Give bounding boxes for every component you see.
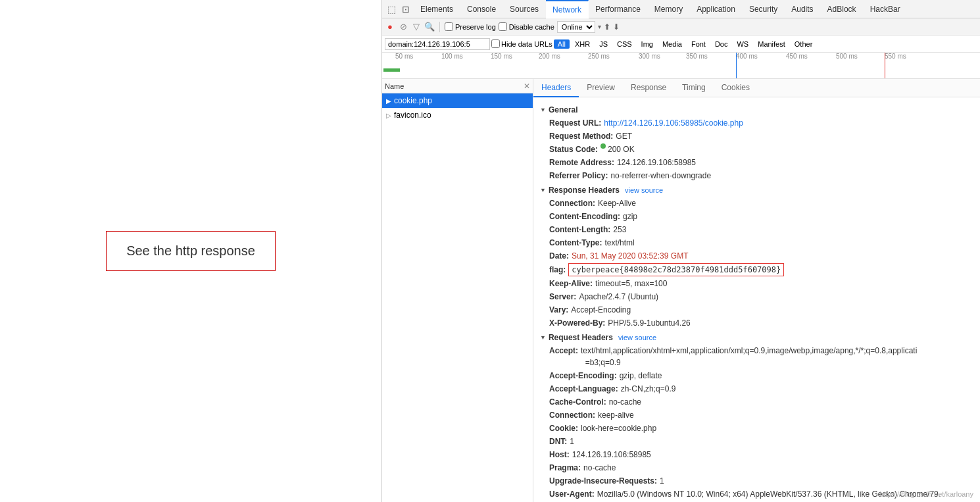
req-accept-key: Accept: [549,345,578,368]
tab-performance[interactable]: Performance [589,0,648,18]
filter-media-btn[interactable]: Media [658,39,686,49]
throttle-select[interactable]: Online [557,21,595,33]
response-headers-view-source[interactable]: view source [625,186,663,194]
preserve-log-input[interactable] [445,22,453,31]
file-item-favicon-ico[interactable]: ▷ favicon.ico [382,108,533,122]
details-panel: Headers Preview Response Timing Cookies … [533,79,980,502]
req-accept-language-key: Accept-Language: [549,383,618,395]
preserve-log-checkbox[interactable]: Preserve log [445,22,496,31]
rh-date-val: Sun, 31 May 2020 03:52:39 GMT [572,250,688,262]
tab-audits[interactable]: Audits [785,0,820,18]
filter-ws-btn[interactable]: WS [733,39,752,49]
headers-content: ▼ General Request URL: http://124.126.19… [533,97,980,502]
detail-tab-cookies[interactable]: Cookies [714,79,758,97]
detail-tab-timing[interactable]: Timing [674,79,714,97]
req-accept-encoding-val: gzip, deflate [620,370,662,382]
filter-all-btn[interactable]: All [554,39,570,49]
req-accept-language-val: zh-CN,zh;q=0.9 [621,383,676,395]
timeline-bar: 50 ms 100 ms 150 ms 200 ms 250 ms 300 ms… [382,53,980,79]
details-tabs: Headers Preview Response Timing Cookies [533,79,980,97]
req-accept-encoding-key: Accept-Encoding: [549,370,617,382]
main-page: See the http response [0,0,381,502]
req-cache-control-val: no-cache [609,396,641,408]
req-cookie-row: Cookie: look-here=cookie.php [540,422,973,434]
record-button[interactable]: ● [385,22,395,32]
req-host-row: Host: 124.126.19.106:58985 [540,449,973,461]
req-dnt-key: DNT: [549,436,567,447]
filter-xhr-btn[interactable]: XHR [571,39,594,49]
filter-js-btn[interactable]: JS [595,39,612,49]
filter-img-btn[interactable]: Img [637,39,657,49]
throttle-dropdown-icon: ▾ [598,23,601,30]
disable-cache-label: Disable cache [509,23,554,31]
status-code-val: 200 OK [608,143,635,155]
request-headers-view-source[interactable]: view source [618,334,656,341]
filter-css-btn[interactable]: CSS [613,39,636,49]
detail-tab-preview[interactable]: Preview [579,79,623,97]
request-headers-section[interactable]: ▼ Request Headers view source [540,333,973,342]
hide-data-urls-checkbox[interactable]: Hide data URLs [491,39,552,48]
tab-network[interactable]: Network [546,0,589,18]
general-section-header[interactable]: ▼ General [540,105,973,114]
general-status-row: Status Code: 200 OK [540,143,973,155]
preserve-log-label: Preserve log [455,23,496,31]
timeline-blue-line [736,53,737,79]
filter-font-btn[interactable]: Font [687,39,710,49]
disable-cache-checkbox[interactable]: Disable cache [499,22,554,31]
filter-doc-btn[interactable]: Doc [711,39,732,49]
file-list-panel: Name ✕ ▶ cookie.php ▷ favicon.ico [382,79,533,502]
tab-adblock[interactable]: AdBlock [821,0,864,18]
filter-other-btn[interactable]: Other [791,39,817,49]
req-accept-encoding-row: Accept-Encoding: gzip, deflate [540,370,973,382]
file-list-close-btn[interactable]: ✕ [524,82,530,91]
hide-data-urls-label: Hide data URLs [501,40,552,48]
rh-content-type-row: Content-Type: text/html [540,237,973,249]
tab-hackbar[interactable]: HackBar [864,0,908,18]
req-upgrade-key: Upgrade-Insecure-Requests: [549,475,657,487]
export-arrow[interactable]: ⬇ [613,22,620,32]
general-referrer-row: Referrer Policy: no-referrer-when-downgr… [540,170,973,182]
detail-tab-response[interactable]: Response [623,79,674,97]
rh-content-encoding-row: Content-Encoding: gzip [540,211,973,222]
filter-button[interactable]: ▽ [411,22,422,32]
tick-50: 50 ms [395,53,413,60]
file-list-header: Name ✕ [382,79,533,93]
clear-button[interactable]: ⊘ [398,22,408,32]
rh-xpoweredby-row: X-Powered-By: PHP/5.5.9-1ubuntu4.26 [540,317,973,329]
req-cookie-key: Cookie: [549,422,578,434]
rh-date-row: Date: Sun, 31 May 2020 03:52:39 GMT [540,250,973,262]
general-triangle: ▼ [540,107,546,113]
referrer-policy-val: no-referrer-when-downgrade [610,170,711,182]
response-headers-title: Response Headers [549,186,620,195]
detail-tab-headers[interactable]: Headers [533,79,579,97]
page-message-text: See the http response [126,243,255,258]
devtools-inspect-icon[interactable]: ⬚ [385,3,398,16]
file-item-cookie-php[interactable]: ▶ cookie.php [382,93,533,108]
devtools-responsive-icon[interactable]: ⊡ [399,3,412,16]
file-name-cookie-php: cookie.php [394,96,432,105]
request-url-val: http://124.126.19.106:58985/cookie.php [604,117,743,129]
tab-console[interactable]: Console [460,0,503,18]
req-connection-val: keep-alive [598,409,634,421]
tab-security[interactable]: Security [743,0,785,18]
tab-sources[interactable]: Sources [503,0,546,18]
filter-manifest-btn[interactable]: Manifest [754,39,789,49]
remote-address-key: Remote Address: [549,157,614,168]
network-main: Name ✕ ▶ cookie.php ▷ favicon.ico Header… [382,79,980,502]
search-button[interactable]: 🔍 [424,22,435,32]
response-headers-section[interactable]: ▼ Response Headers view source [540,186,973,195]
rh-flag-val: cyberpeace{84898e2c78d23870f4981ddd5f607… [568,263,784,276]
rh-keepalive-val: timeout=5, max=100 [595,278,667,289]
tab-application[interactable]: Application [690,0,743,18]
disable-cache-input[interactable] [499,22,507,31]
hide-data-urls-input[interactable] [491,39,500,48]
file-list-header-name: Name [385,82,404,90]
filter-input[interactable] [385,38,490,50]
req-accept-row: Accept: text/html,application/xhtml+xml,… [540,345,973,368]
tab-elements[interactable]: Elements [414,0,460,18]
request-headers-title: Request Headers [549,333,613,342]
tab-memory[interactable]: Memory [648,0,690,18]
import-arrow[interactable]: ⬆ [604,22,610,32]
rh-content-length-row: Content-Length: 253 [540,224,973,236]
rh-flag-row: flag: cyberpeace{84898e2c78d23870f4981dd… [540,263,973,276]
